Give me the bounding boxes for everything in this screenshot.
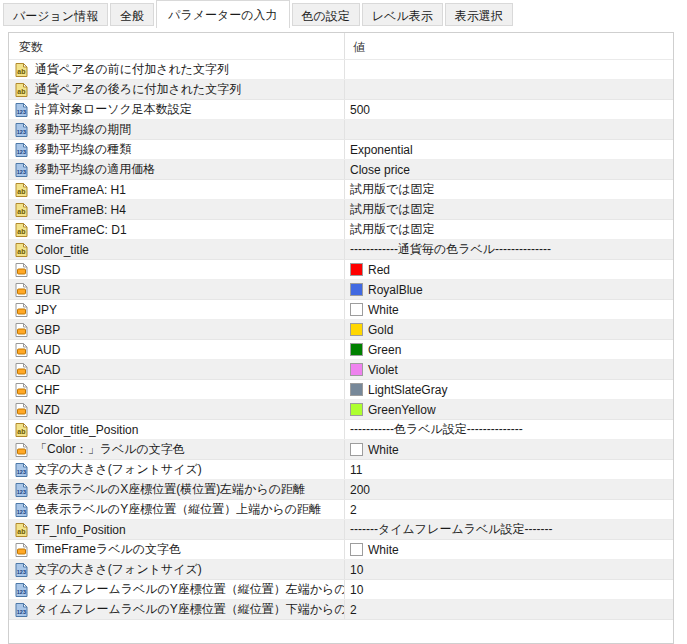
param-row[interactable]: USD Red [9,260,673,280]
string-param-icon: ab [14,62,29,78]
param-value-cell[interactable]: RoyalBlue [345,280,673,299]
param-value-cell[interactable]: 試用版では固定 [345,200,673,219]
param-name: USD [35,263,60,277]
column-header-variable[interactable]: 変数 [9,33,345,59]
tab-label: 全般 [120,9,144,23]
param-value-cell[interactable] [345,80,673,99]
param-value-cell[interactable]: 10 [345,560,673,579]
param-row[interactable]: TimeFrameラベルの文字色 White [9,540,673,560]
param-row[interactable]: JPY White [9,300,673,320]
param-value: 500 [350,103,370,117]
param-name-cell: 123 移動平均線の種類 [9,140,345,159]
param-value-cell[interactable]: -----------色ラベル設定-------------- [345,420,673,439]
param-row[interactable]: ab TimeFrameB: H4 試用版では固定 [9,200,673,220]
param-value-cell[interactable] [345,120,673,139]
color-swatch [350,403,363,416]
param-value-cell[interactable]: Gold [345,320,673,339]
param-row[interactable]: CAD Violet [9,360,673,380]
svg-text:123: 123 [17,468,26,474]
svg-text:123: 123 [17,108,26,114]
int-param-icon: 123 [14,162,29,178]
param-name-cell: ab Color_title_Position [9,420,345,439]
param-row[interactable]: ab TimeFrameC: D1 試用版では固定 [9,220,673,240]
column-header-value[interactable]: 値 [345,33,673,59]
param-value-cell[interactable]: 試用版では固定 [345,220,673,239]
param-row[interactable]: 123 タイムフレームラベルのY座標位置（縦位置）下端からの距離 2 [9,600,673,620]
param-row[interactable]: EUR RoyalBlue [9,280,673,300]
param-value-cell[interactable]: LightSlateGray [345,380,673,399]
param-value-cell[interactable]: Violet [345,360,673,379]
param-row[interactable]: 123 移動平均線の期間 [9,120,673,140]
param-row[interactable]: ab TimeFrameA: H1 試用版では固定 [9,180,673,200]
param-value-cell[interactable]: White [345,440,673,459]
tab-1[interactable]: バージョン情報 [3,3,108,26]
int-param-icon: 123 [14,102,29,118]
tab-label: 色の設定 [302,9,350,23]
param-value-cell[interactable]: 2 [345,500,673,519]
param-name-cell: 123 色表示ラベルのX座標位置(横位置)左端からの距離 [9,480,345,499]
param-value-cell[interactable]: White [345,300,673,319]
color-param-icon [14,402,29,418]
param-row[interactable]: 123 移動平均線の適用価格 Close price [9,160,673,180]
param-row[interactable]: 「Color：」ラベルの文字色 White [9,440,673,460]
tab-2[interactable]: 全般 [110,3,154,26]
param-row[interactable]: 123 色表示ラベルのY座標位置（縦位置）上端からの距離 2 [9,500,673,520]
param-value-cell[interactable]: 500 [345,100,673,119]
param-row[interactable]: ab TF_Info_Position -------タイムフレームラベル設定-… [9,520,673,540]
int-param-icon: 123 [14,602,29,618]
param-value-cell[interactable]: ------------通貨毎の色ラベル-------------- [345,240,673,259]
param-value-cell[interactable]: 200 [345,480,673,499]
param-row[interactable]: GBP Gold [9,320,673,340]
table-body: ab 通貨ペア名の前に付加された文字列 ab 通貨ペア名の後ろに付加された文字列 [9,60,673,620]
param-value-cell[interactable]: GreenYellow [345,400,673,419]
svg-text:ab: ab [17,427,25,434]
param-row[interactable]: ab 通貨ペア名の前に付加された文字列 [9,60,673,80]
param-value: LightSlateGray [368,383,447,397]
tab-5[interactable]: レベル表示 [362,3,443,26]
param-value-cell[interactable]: Close price [345,160,673,179]
param-row[interactable]: 123 文字の大きさ(フォントサイズ) 10 [9,560,673,580]
param-value-cell[interactable]: Red [345,260,673,279]
param-value-cell[interactable]: 試用版では固定 [345,180,673,199]
svg-text:123: 123 [17,128,26,134]
param-name-cell: 123 タイムフレームラベルのY座標位置（縦位置）下端からの距離 [9,600,345,619]
param-row[interactable]: NZD GreenYellow [9,400,673,420]
param-value-cell[interactable]: -------タイムフレームラベル設定------- [345,520,673,539]
param-value-cell[interactable]: White [345,540,673,559]
tab-label: バージョン情報 [13,9,98,23]
param-value: White [368,543,399,557]
tab-4[interactable]: 色の設定 [292,3,360,26]
tab-3[interactable]: パラメーターの入力 [156,0,289,28]
param-value-cell[interactable]: Exponential [345,140,673,159]
param-name: Color_title [35,243,89,257]
param-row[interactable]: 123 色表示ラベルのX座標位置(横位置)左端からの距離 200 [9,480,673,500]
param-row[interactable]: AUD Green [9,340,673,360]
param-row[interactable]: CHF LightSlateGray [9,380,673,400]
tab-6[interactable]: 表示選択 [445,3,513,26]
param-name: 「Color：」ラベルの文字色 [35,441,185,458]
param-value-cell[interactable]: 2 [345,600,673,619]
svg-text:ab: ab [17,227,25,234]
param-row[interactable]: 123 計算対象ローソク足本数設定 500 [9,100,673,120]
param-value-cell[interactable]: 10 [345,580,673,599]
param-value-cell[interactable]: Green [345,340,673,359]
string-param-icon: ab [14,202,29,218]
param-value: 2 [350,503,357,517]
param-name: 通貨ペア名の後ろに付加された文字列 [35,81,241,98]
string-param-icon: ab [14,222,29,238]
param-value-cell[interactable] [345,60,673,79]
param-row[interactable]: 123 タイムフレームラベルのY座標位置（縦位置）左端からの距離 10 [9,580,673,600]
param-row[interactable]: 123 文字の大きさ(フォントサイズ) 11 [9,460,673,480]
param-name-cell: USD [9,260,345,279]
param-value: RoyalBlue [368,283,423,297]
param-row[interactable]: ab Color_title ------------通貨毎の色ラベル-----… [9,240,673,260]
svg-text:ab: ab [17,527,25,534]
param-row[interactable]: ab Color_title_Position -----------色ラベル設… [9,420,673,440]
svg-text:123: 123 [17,608,26,614]
param-row[interactable]: 123 移動平均線の種類 Exponential [9,140,673,160]
parameters-table: 変数 値 ab 通貨ペア名の前に付加された文字列 ab 通貨ペア名の後ろに付 [8,32,674,644]
param-name: 文字の大きさ(フォントサイズ) [35,561,202,578]
param-row[interactable]: ab 通貨ペア名の後ろに付加された文字列 [9,80,673,100]
param-value-cell[interactable]: 11 [345,460,673,479]
param-name: 移動平均線の期間 [35,121,131,138]
